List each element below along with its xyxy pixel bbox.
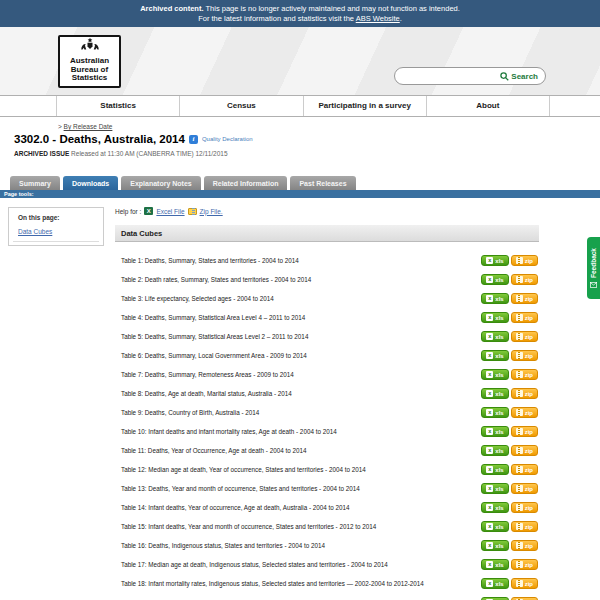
excel-icon: x xyxy=(486,409,493,416)
search-button[interactable]: Search xyxy=(500,72,538,81)
excel-file-help-link[interactable]: Excel File xyxy=(156,208,184,215)
xls-button-label: xls xyxy=(495,296,503,302)
download-xls-button[interactable]: xxls xyxy=(481,521,508,532)
zip-icon xyxy=(516,447,523,454)
table-row: Table 4: Deaths, Summary, Statistical Ar… xyxy=(115,308,539,327)
on-this-page-box: On this page: Data Cubes xyxy=(8,207,104,246)
download-xls-button[interactable]: xxls xyxy=(481,426,508,437)
download-xls-button[interactable]: xxls xyxy=(481,464,508,475)
archived-issue-label: ARCHIVED ISSUE xyxy=(14,150,69,157)
banner-text-2: For the latest information and statistic… xyxy=(198,14,356,23)
table-row: Table 15: Infant deaths, Year and month … xyxy=(115,517,539,536)
nav-item-statistics[interactable]: Statistics xyxy=(57,96,180,116)
download-buttons: xxlszip xyxy=(481,293,538,304)
zip-icon xyxy=(516,257,523,264)
zip-button-label: zip xyxy=(525,467,533,473)
zip-icon xyxy=(516,409,523,416)
download-buttons: xxlszip xyxy=(481,540,538,551)
download-buttons: xxlszip xyxy=(481,502,538,513)
download-zip-button[interactable]: zip xyxy=(511,483,538,494)
download-zip-button[interactable]: zip xyxy=(511,464,538,475)
download-xls-button[interactable]: xxls xyxy=(481,578,508,589)
abs-website-link[interactable]: ABS Website xyxy=(356,14,400,23)
zip-button-label: zip xyxy=(525,410,533,416)
zip-icon xyxy=(516,390,523,397)
nav-item-census[interactable]: Census xyxy=(180,96,303,116)
tab-related-information[interactable]: Related Information xyxy=(204,176,288,190)
search-icon xyxy=(500,72,509,81)
feedback-label: Feedback xyxy=(590,248,597,278)
download-buttons: xxlszip xyxy=(481,445,538,456)
tab-downloads[interactable]: Downloads xyxy=(63,176,118,190)
breadcrumb-link-by-release-date[interactable]: By Release Date xyxy=(64,123,113,130)
download-zip-button[interactable]: zip xyxy=(511,369,538,380)
zip-icon xyxy=(516,542,523,549)
download-zip-button[interactable]: zip xyxy=(511,274,538,285)
nav-item-participating-in-a-survey[interactable]: Participating in a survey xyxy=(304,96,427,116)
tab-summary[interactable]: Summary xyxy=(10,176,60,190)
download-zip-button[interactable]: zip xyxy=(511,388,538,399)
sidebar-divider xyxy=(13,241,99,245)
download-zip-button[interactable]: zip xyxy=(511,350,538,361)
tab-past-releases[interactable]: Past Releases xyxy=(290,176,355,190)
download-xls-button[interactable]: xxls xyxy=(481,255,508,266)
table-row: Table 18: Infant mortality rates, Indige… xyxy=(115,574,539,593)
help-row: Help for : X Excel File Zip File. xyxy=(115,198,539,215)
quality-declaration-link[interactable]: Quality Declaration xyxy=(202,136,253,142)
xls-button-label: xls xyxy=(495,505,503,511)
download-zip-button[interactable]: zip xyxy=(511,426,538,437)
download-zip-button[interactable]: zip xyxy=(511,293,538,304)
download-xls-button[interactable]: xxls xyxy=(481,274,508,285)
nav-item-about[interactable]: About xyxy=(427,96,549,116)
download-xls-button[interactable]: xxls xyxy=(481,369,508,380)
download-xls-button[interactable]: xxls xyxy=(481,483,508,494)
content: On this page: Data Cubes Help for : X Ex… xyxy=(0,198,600,600)
zip-icon xyxy=(516,561,523,568)
table-row: Table 1: Deaths, Summary, States and ter… xyxy=(115,251,539,270)
download-xls-button[interactable]: xxls xyxy=(481,407,508,418)
download-xls-button[interactable]: xxls xyxy=(481,350,508,361)
sidebar-link-data-cubes[interactable]: Data Cubes xyxy=(9,226,103,241)
xls-button-label: xls xyxy=(495,524,503,530)
download-xls-button[interactable]: xxls xyxy=(481,559,508,570)
table-title: Table 18: Infant mortality rates, Indige… xyxy=(121,580,424,587)
banner-bold-text: Archived content. xyxy=(140,4,203,13)
excel-icon: x xyxy=(486,276,493,283)
download-zip-button[interactable]: zip xyxy=(511,255,538,266)
zip-icon xyxy=(516,580,523,587)
download-zip-button[interactable]: zip xyxy=(511,445,538,456)
title-row: 3302.0 - Deaths, Australia, 2014 i Quali… xyxy=(14,133,253,145)
download-xls-button[interactable]: xxls xyxy=(481,293,508,304)
download-xls-button[interactable]: xxls xyxy=(481,540,508,551)
download-zip-button[interactable]: zip xyxy=(511,407,538,418)
download-zip-button[interactable]: zip xyxy=(511,540,538,551)
download-xls-button[interactable]: xxls xyxy=(481,388,508,399)
download-zip-button[interactable]: zip xyxy=(511,502,538,513)
download-xls-button[interactable]: xxls xyxy=(481,502,508,513)
download-zip-button[interactable]: zip xyxy=(511,559,538,570)
download-zip-button[interactable]: zip xyxy=(511,312,538,323)
download-buttons: xxlszip xyxy=(481,426,538,437)
zip-icon xyxy=(516,314,523,321)
tab-explanatory-notes[interactable]: Explanatory Notes xyxy=(121,176,200,190)
info-icon[interactable]: i xyxy=(189,135,198,144)
download-xls-button[interactable]: xxls xyxy=(481,312,508,323)
download-zip-button[interactable]: zip xyxy=(511,331,538,342)
download-zip-button[interactable]: zip xyxy=(511,521,538,532)
download-zip-button[interactable]: zip xyxy=(511,578,538,589)
download-xls-button[interactable]: xxls xyxy=(481,331,508,342)
abs-logo[interactable]: Australian Bureau of Statistics xyxy=(58,35,121,88)
excel-icon: x xyxy=(486,352,493,359)
download-xls-button[interactable]: xxls xyxy=(481,445,508,456)
zip-icon xyxy=(516,485,523,492)
feedback-tab[interactable]: Feedback xyxy=(587,237,600,299)
xls-button-label: xls xyxy=(495,448,503,454)
search-input[interactable] xyxy=(402,72,500,81)
zip-file-help-link[interactable]: Zip File. xyxy=(200,208,223,215)
excel-icon: x xyxy=(486,561,493,568)
data-cubes-heading: Data Cubes xyxy=(115,225,539,242)
table-row: Table 13: Deaths, Year and month of occu… xyxy=(115,479,539,498)
on-this-page-title: On this page: xyxy=(9,214,103,226)
excel-icon: x xyxy=(486,504,493,511)
table-title: Table 16: Deaths, Indigenous status, Sta… xyxy=(121,542,325,549)
